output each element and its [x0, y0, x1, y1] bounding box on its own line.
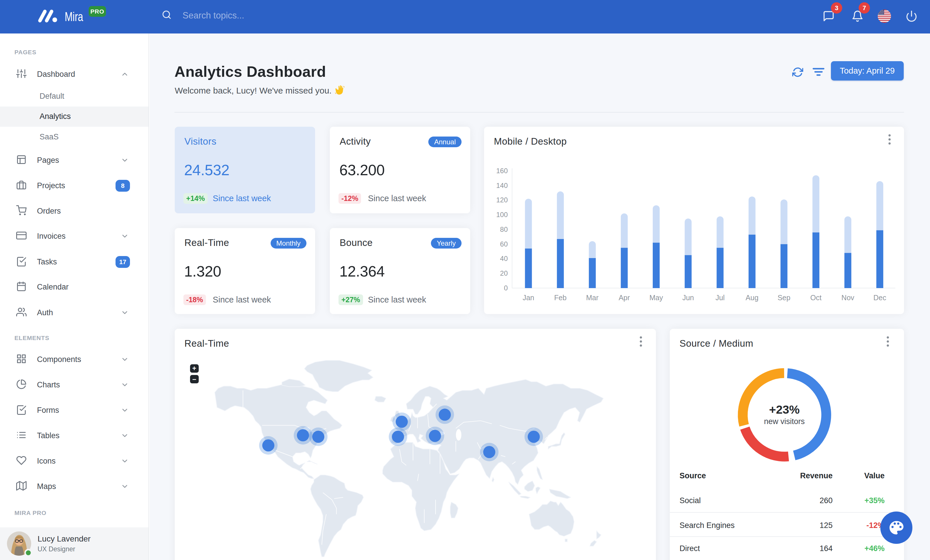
svg-text:20: 20 [500, 269, 508, 277]
svg-text:Jul: Jul [715, 293, 725, 302]
svg-text:Sep: Sep [778, 293, 790, 302]
svg-text:Dec: Dec [873, 293, 886, 302]
svg-text:Feb: Feb [554, 293, 567, 302]
svg-text:Nov: Nov [841, 293, 855, 302]
svg-text:120: 120 [496, 196, 508, 204]
svg-text:May: May [649, 293, 663, 302]
svg-text:Apr: Apr [619, 293, 630, 302]
svg-text:60: 60 [500, 240, 508, 248]
svg-text:Mar: Mar [586, 293, 599, 302]
svg-text:Jun: Jun [682, 293, 694, 302]
svg-text:100: 100 [496, 211, 508, 218]
svg-text:40: 40 [500, 255, 508, 262]
svg-text:80: 80 [500, 226, 508, 233]
svg-text:0: 0 [504, 284, 508, 292]
svg-text:140: 140 [496, 181, 508, 189]
svg-text:Jan: Jan [522, 293, 534, 302]
svg-text:Oct: Oct [810, 293, 822, 302]
svg-text:Aug: Aug [746, 293, 758, 302]
svg-text:160: 160 [496, 167, 508, 175]
